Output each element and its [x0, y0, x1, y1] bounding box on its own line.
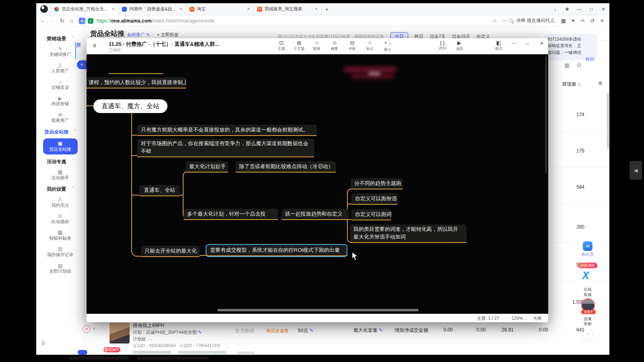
mindmap-close-button[interactable]: ✕ [540, 41, 544, 46]
tab-search[interactable]: 淘 羽绒服男_淘宝搜索 ✕ [254, 3, 322, 15]
reload-button[interactable]: ↻ [57, 18, 67, 24]
edit-icon[interactable]: ✎ [310, 328, 314, 333]
mindmap-canvas[interactable]: 课程，预约的人数比较少，我就直接录制上传 直通车、魔方、全站 只有魔方前期大概率… [87, 54, 548, 314]
search-icon[interactable] [509, 19, 513, 23]
new-plan-button-fragment[interactable]: + [77, 60, 87, 69]
topic-node[interactable]: 除了贵或者前期比较难点得动（冷启动） [235, 161, 336, 173]
impressions-column-header[interactable]: 展现量 ⇅ [562, 81, 581, 88]
toolbar-insert-button[interactable]: + ∨插入 [379, 40, 396, 52]
topic-node[interactable]: 分不同的趋势主题跑 [351, 178, 403, 189]
topic-node[interactable]: 就一起投放趋势和自定义 [281, 209, 349, 220]
new-tab-button[interactable]: + [322, 6, 332, 12]
alimama-extension-icon[interactable]: A [79, 18, 85, 24]
topic-node[interactable]: 我的类目需要的词准，才能转化高，所以我开最大化关智选手动加词 [350, 224, 466, 243]
sidebar-item-onesite[interactable]: ▣货品全站推 [43, 138, 78, 154]
sidebar-item-follow[interactable]: 人我的关注 [43, 195, 78, 209]
root-topic-node[interactable]: 直通车、魔方、全站 [93, 99, 167, 113]
tab-close-icon[interactable]: ✕ [315, 7, 318, 11]
tab-close-icon[interactable]: ✕ [247, 7, 250, 11]
product-title[interactable]: 措保线上69PH [133, 322, 164, 329]
sidebar-item-rules[interactable]: ◎自动规则 [43, 212, 78, 226]
sidebar-item-crowd[interactable]: 人人群推广 [43, 62, 78, 75]
custom-columns-icon[interactable]: ▦ [564, 62, 570, 68]
selected-topic-node[interactable]: 需要有成交模型，系统才能在你的控ROI模式下跑的出量 [206, 245, 347, 256]
topic-node[interactable]: 多个最大化计划，针对一个品去投 [184, 209, 278, 220]
tab-taobao[interactable]: 淘 淘宝 ✕ [186, 3, 254, 15]
sort-icon[interactable]: ⇅ [578, 82, 581, 86]
screenshot-scissors-icon[interactable]: ✂ [578, 18, 588, 24]
url-text[interactable]: https://one.alimama.com/index.html#!/man… [97, 18, 215, 24]
tab-close-icon[interactable]: ✕ [112, 7, 115, 11]
browser-logo-icon[interactable] [40, 5, 48, 13]
notice-collapse-link[interactable]: 收起 [547, 56, 594, 62]
edit-icon[interactable]: ✎ [379, 327, 383, 333]
forward-button[interactable]: → [47, 18, 57, 24]
extensions-icon[interactable]: ❖ [561, 6, 573, 12]
sidebar-section-settings[interactable]: 我的设置^ [36, 186, 84, 193]
partial-tab-fragment[interactable]: 所有 [76, 42, 85, 48]
downloads-icon[interactable]: ↓ [549, 6, 561, 12]
zoom-level[interactable]: 120% ⌄ [512, 316, 527, 321]
toolbar-boundary-button[interactable]: ⊟外框 [343, 40, 361, 51]
ai-assistant-label[interactable]: AI小万 [578, 252, 597, 257]
canvas-h-scrollbar[interactable] [217, 309, 419, 311]
toolbar-relation-button[interactable]: ∩联系 [308, 40, 326, 51]
format-panel-button[interactable]: ◧格式 [490, 40, 508, 51]
outline-button[interactable]: 大纲 [533, 315, 542, 321]
window-maximize-button[interactable]: □ [585, 6, 597, 12]
topic-node[interactable]: 课程，预约的人数比较少，我就直接录制上传 [87, 77, 186, 88]
launch-now-button[interactable]: + 立即投放 [157, 32, 178, 38]
settings-gear-icon[interactable]: ⚙ [576, 62, 582, 68]
sidebar-item-content[interactable]: ▶内容营销 [43, 95, 78, 108]
canvas-v-scrollbar[interactable] [545, 56, 547, 173]
how-to-promote-link[interactable]: 如何推广 ✎ [127, 32, 150, 38]
ai-assistant-icon[interactable]: AI [583, 241, 592, 251]
topic-node[interactable]: 最大化计划起手 [186, 161, 228, 173]
extension-flag-icon[interactable]: ✦ [568, 18, 578, 24]
pause-button[interactable]: ‖ ‖ [83, 325, 91, 333]
browser-search-text[interactable]: 净网·搜直播间托儿 [516, 18, 555, 24]
toolbar-marker-button[interactable]: ☆标记 [361, 40, 379, 51]
edit-icon[interactable]: ✎ [198, 330, 202, 335]
live-teach-label[interactable]: 直播带教 [580, 317, 596, 327]
window-minimize-button[interactable]: — [573, 6, 585, 12]
sidebar-item-plangroup[interactable]: ▧全部计划组 [43, 262, 78, 276]
sidebar-item-activity[interactable]: ▦活动助手 [43, 168, 78, 182]
tab-onesite[interactable]: 货品全站推_万相台无界版 ✕ [51, 3, 119, 15]
window-close-button[interactable]: ✕ [597, 6, 609, 12]
topic-node[interactable]: 对于市场图的产品，你在搜索端没有竞争力，那么魔方渠道前期数据也会不错 [137, 139, 314, 157]
sidebar-item-coupon[interactable]: ▦智能补贴券 [43, 228, 78, 242]
topic-node[interactable]: 直通车、全站 [139, 185, 180, 196]
sidebar-item-lead[interactable]: ✉线索推广 [43, 111, 78, 125]
mindmap-minimize-button[interactable]: — [512, 41, 516, 45]
hamburger-menu-icon[interactable]: ≡ [93, 42, 96, 49]
tab-close-icon[interactable]: ✕ [180, 7, 183, 11]
sidebar-item-oplog[interactable]: ▤我的操作记录 [43, 245, 78, 259]
sidebar-item-shop[interactable]: ⌂店铺直达 [43, 78, 78, 92]
bookmark-star-icon[interactable]: ☆ [490, 18, 500, 24]
toolbar-topic-button[interactable]: ⊡主题 [272, 40, 290, 51]
sidebar-section-marketing[interactable]: 营销场景^ [36, 35, 84, 42]
product-thumbnail[interactable] [109, 323, 130, 343]
toolbar-subtopic-button[interactable]: ⊞子主题 [290, 40, 308, 51]
column-lock-icon[interactable]: ▣ [598, 80, 603, 86]
security-shield-icon[interactable]: ✓ [88, 18, 93, 24]
pitch-mode-button[interactable]: ▶演说 [450, 40, 468, 51]
back-button[interactable]: ← [38, 18, 47, 24]
video-prev-button[interactable]: ◀ [630, 161, 642, 180]
tab-trend[interactable]: 内测中「趋势速递&趋势明星 ✕ [119, 3, 186, 15]
row-expand-chevron-icon[interactable]: ∨ [93, 326, 95, 331]
topic-node[interactable]: 自定义可以跑词 [351, 209, 391, 220]
browser-menu-icon[interactable]: ≡ [597, 18, 607, 24]
wangwang-logo-icon[interactable]: X [582, 269, 589, 282]
sidebar-section-onesite[interactable]: 货品全站推^ [36, 129, 84, 136]
history-undo-icon[interactable]: ↺ [588, 18, 597, 24]
toolbar-summary-button[interactable]: ⊃概要 [326, 40, 343, 51]
next-row-toggle-fragment[interactable] [78, 350, 87, 355]
sidebar-item-keyword[interactable]: ✎关键词推广 [43, 45, 78, 59]
sidebar-section-activity[interactable]: 活动专属^ [36, 158, 84, 165]
more-icon[interactable]: ⋯ [500, 18, 509, 24]
page-scrollbar[interactable] [607, 93, 609, 149]
topic-node[interactable]: 自定义可以跑智选 [351, 193, 398, 205]
online-service-label[interactable]: 在线客服 [580, 287, 596, 297]
